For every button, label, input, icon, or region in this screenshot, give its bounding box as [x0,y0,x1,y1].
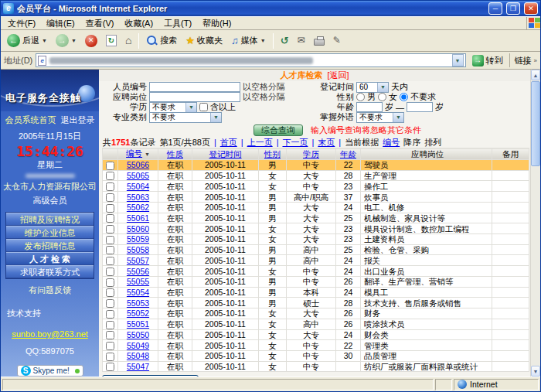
person-id-input[interactable] [149,82,240,92]
support-email-link[interactable]: sunbo.boy@263.net [12,329,88,339]
person-id-link[interactable]: 55063 [127,193,149,202]
row-checkbox[interactable] [106,310,114,319]
menu-view[interactable]: 查看(V) [80,17,120,30]
sort-by-education-link[interactable]: 学历 [303,149,319,159]
scroll-down-icon[interactable]: ▼ [531,366,540,377]
sort-by-date-link[interactable]: 登记时间 [209,149,242,159]
member-home-link[interactable]: 会员系统首页 [5,114,56,126]
person-id-link[interactable]: 55065 [127,171,149,180]
gender-male-radio[interactable] [356,93,365,101]
sidebar-item-seeker-contacts[interactable]: 求职者联系方式 [6,265,94,278]
menu-favorites[interactable]: 收藏(A) [119,17,158,30]
menu-tools[interactable]: 工具(T) [158,17,197,30]
vertical-scrollbar[interactable]: ▲ ▼ [530,70,540,377]
address-dropdown-button[interactable]: ▼ [452,54,464,66]
row-checkbox[interactable] [106,288,114,297]
row-checkbox[interactable] [106,278,114,287]
person-id-link[interactable]: 55051 [127,319,149,329]
edit-button[interactable]: ✎ [329,32,345,49]
back-button[interactable]: ← 后退 ▼ [3,32,51,49]
minimize-button[interactable]: ─ [488,2,502,15]
feedback-link[interactable]: 有问题反馈 [29,285,71,296]
row-checkbox[interactable] [106,342,114,350]
row-checkbox[interactable] [106,236,114,244]
person-id-link[interactable]: 55058 [127,245,149,254]
sort-field-link[interactable]: 编号 [383,137,400,148]
row-checkbox[interactable] [106,214,114,223]
combined-search-button[interactable]: 综合查询 [253,124,303,136]
links-menu[interactable]: 链接 » [509,53,537,67]
search-button[interactable]: 搜索 [142,32,181,49]
sort-by-age-link[interactable]: 年龄 [340,149,356,159]
row-checkbox[interactable] [106,182,114,191]
person-id-link[interactable]: 55062 [127,203,149,212]
age-max-input[interactable] [407,102,433,112]
scrollbar-track[interactable] [531,167,540,366]
menu-file[interactable]: 文件(F) [2,17,41,30]
person-id-link[interactable]: 55056 [127,267,149,276]
education-select[interactable]: 不要求 ▼ [149,102,197,113]
home-button[interactable]: ⌂ [121,32,135,49]
sidebar-item-publish-jobs[interactable]: 发布招聘信息 [6,239,94,252]
person-id-link[interactable]: 55048 [127,351,149,360]
person-id-link[interactable]: 55060 [127,224,149,233]
refresh-button[interactable]: ↻ [102,32,121,49]
person-id-link[interactable]: 55054 [127,288,149,297]
forward-button[interactable]: → ▼ [52,32,80,49]
menu-help[interactable]: 帮助(H) [197,17,236,30]
return-link[interactable]: [返回] [327,70,349,81]
scrollbar-thumb[interactable] [531,81,540,166]
row-checkbox[interactable] [106,172,114,180]
person-id-link[interactable]: 55047 [127,362,149,371]
menu-edit[interactable]: 编辑(E) [41,17,80,30]
prev-page-link[interactable]: 上一页 [247,137,273,148]
skype-button[interactable]: S Skype me! [17,365,83,377]
logout-link[interactable]: 退出登录 [61,114,95,126]
row-checkbox[interactable] [106,204,114,213]
history-button[interactable]: ↺ [277,32,293,49]
next-page-link[interactable]: 下一页 [282,137,308,148]
mail-button[interactable]: ✉ [294,32,309,49]
last-page-link[interactable]: 末页 [318,137,335,148]
row-checkbox[interactable] [106,331,114,339]
row-checkbox[interactable] [106,257,114,265]
close-button[interactable]: ✕ [524,2,538,15]
first-page-link[interactable]: 首页 [220,137,237,148]
language-select[interactable]: 不要求 ▼ [356,112,404,123]
maximize-button[interactable]: ❐ [506,2,520,15]
gender-female-radio[interactable] [378,93,386,101]
row-checkbox[interactable] [106,321,114,329]
gender-any-radio[interactable] [400,93,408,101]
person-id-link[interactable]: 55061 [127,213,149,223]
media-button[interactable]: ♫ 媒体 ▼ [227,32,270,49]
row-checkbox[interactable] [106,268,114,276]
row-checkbox[interactable] [106,225,114,233]
sidebar-item-maintain-company-info[interactable]: 维护企业信息 [6,226,94,239]
row-checkbox[interactable] [106,246,114,254]
row-checkbox[interactable] [106,299,114,308]
person-id-link[interactable]: 55049 [127,341,149,350]
sidebar-item-talent-search[interactable]: 人 才 检 索 [6,252,94,265]
person-id-link[interactable]: 55064 [127,182,149,191]
row-checkbox[interactable] [106,193,114,202]
person-id-link[interactable]: 55066 [127,160,149,169]
sort-by-gender-link[interactable]: 性别 [264,149,281,159]
scroll-up-icon[interactable]: ▲ [531,70,540,80]
person-id-link[interactable]: 55052 [127,308,149,318]
person-id-link[interactable]: 55050 [127,330,149,339]
favorites-button[interactable]: ★ 收藏夹 [182,32,226,49]
category-select[interactable]: 不要求 ▼ [149,112,222,123]
row-checkbox[interactable] [106,353,114,361]
stop-button[interactable]: ✕ [81,32,101,49]
sort-by-id-link[interactable]: 编号 [126,148,142,158]
sort-by-status-link[interactable]: 性质 [167,149,183,159]
row-checkbox[interactable] [106,363,114,371]
go-button[interactable]: → 转到 [469,54,506,67]
sidebar-item-recruit-status[interactable]: 招聘及应聘情况 [6,213,94,226]
print-button[interactable] [310,34,328,48]
person-id-link[interactable]: 55055 [127,277,149,286]
age-min-input[interactable] [356,102,383,112]
person-id-link[interactable]: 55059 [127,234,149,244]
row-checkbox[interactable] [106,162,114,170]
education-above-checkbox[interactable] [199,103,208,111]
